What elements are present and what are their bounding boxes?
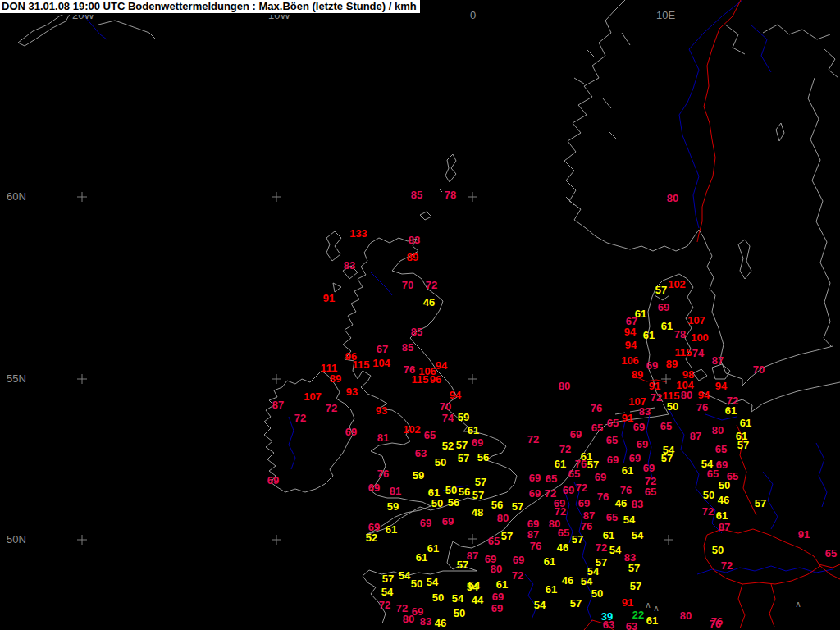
graticule-cross — [664, 535, 673, 545]
station-gust-value: 115 — [675, 347, 692, 358]
red-border-layer-path — [769, 584, 775, 627]
station-gust-value: 76 — [696, 402, 708, 413]
mountain-icon: ʌ — [646, 601, 651, 609]
station-gust-value: 65 — [825, 548, 837, 559]
graticule-cross — [77, 535, 87, 545]
station-gust-value: 100 — [691, 332, 709, 343]
station-gust-value: 72 — [379, 600, 390, 610]
coastline-layer-path — [564, 0, 833, 386]
station-gust-value: 65 — [645, 486, 656, 497]
station-gust-value: 50 — [435, 457, 446, 468]
station-gust-value: 54 — [399, 570, 410, 581]
station-gust-value: 46 — [718, 495, 729, 505]
station-gust-value: 65 — [591, 422, 603, 433]
latitude-label: 50N — [7, 534, 26, 545]
station-gust-value: 76 — [377, 468, 389, 479]
station-gust-value: 72 — [576, 482, 587, 493]
station-gust-value: 67 — [377, 344, 388, 354]
station-gust-value: 69 — [267, 475, 279, 486]
coastline-layer-path — [776, 123, 784, 141]
station-gust-value: 80 — [497, 513, 509, 523]
station-gust-value: 80 — [559, 381, 570, 391]
station-gust-value: 69 — [637, 439, 648, 450]
station-gust-value: 46 — [557, 542, 568, 553]
station-gust-value: 57 — [472, 490, 484, 500]
station-gust-value: 106 — [621, 355, 639, 366]
station-gust-value: 50 — [703, 490, 714, 500]
station-gust-value: 72 — [559, 444, 571, 454]
station-gust-value: 69 — [570, 429, 582, 440]
coastline-layer-path — [98, 21, 156, 39]
station-gust-value: 81 — [377, 432, 389, 443]
red-border-layer-path — [697, 0, 741, 242]
coastline-layer-path — [824, 49, 838, 78]
coastline-layer-path — [333, 283, 341, 292]
station-gust-value: 69 — [578, 498, 590, 509]
station-gust-value: 72 — [702, 506, 714, 517]
station-gust-value: 57 — [501, 531, 513, 541]
station-gust-value: 65 — [488, 536, 500, 546]
station-gust-value: 52 — [442, 441, 454, 451]
station-gust-value: 50 — [712, 545, 724, 555]
river-border-layer-path — [751, 25, 771, 72]
station-gust-value: 61 — [646, 615, 658, 626]
station-gust-value: 61 — [544, 556, 555, 567]
station-gust-value: 59 — [413, 470, 424, 481]
station-gust-value: 80 — [680, 610, 692, 621]
station-gust-value: 72 — [426, 280, 437, 290]
latitude-label: 60N — [7, 191, 26, 202]
coastline-layer-path — [18, 10, 72, 46]
station-gust-value: 65 — [707, 468, 719, 479]
station-gust-value: 91 — [649, 381, 660, 391]
station-gust-value: 83 — [639, 406, 651, 417]
red-border-layer-path — [738, 584, 745, 628]
station-gust-value: 57 — [570, 598, 582, 609]
station-gust-value: 65 — [660, 421, 672, 431]
station-gust-value: 69 — [420, 518, 431, 528]
longitude-label: 0 — [470, 10, 476, 21]
station-gust-value: 69 — [491, 603, 503, 614]
station-gust-value: 72 — [294, 413, 306, 423]
river-border-layer-path — [816, 443, 827, 507]
station-gust-value: 80 — [712, 425, 724, 436]
station-gust-value: 59 — [387, 501, 399, 512]
coastline-layer-path — [587, 49, 595, 57]
station-gust-value: 57 — [655, 285, 667, 295]
station-gust-value: 54 — [623, 514, 635, 525]
station-gust-value: 80 — [491, 564, 502, 574]
station-gust-value: 85 — [402, 342, 413, 353]
station-gust-value: 54 — [632, 530, 643, 541]
coastline-layer-path — [725, 25, 745, 54]
station-gust-value: 70 — [753, 364, 765, 375]
station-gust-value: 46 — [435, 618, 446, 628]
station-gust-value: 57 — [382, 573, 394, 584]
station-gust-value: 50 — [432, 592, 444, 603]
coastline-layer-path — [655, 295, 669, 300]
station-gust-value: 69 — [345, 427, 357, 437]
graticule-cross — [468, 534, 477, 544]
station-gust-value: 83 — [632, 499, 643, 509]
coastline-layer-path — [574, 78, 584, 84]
station-gust-value: 46 — [562, 575, 573, 586]
station-gust-value: 65 — [546, 473, 557, 484]
red-border-layer-path — [820, 566, 840, 579]
station-gust-value: 57 — [587, 459, 599, 470]
station-gust-value: 61 — [555, 459, 566, 469]
station-gust-value: 57 — [661, 453, 673, 463]
station-gust-value: 85 — [411, 189, 422, 200]
station-gust-value: 133 — [349, 228, 368, 239]
station-gust-value: 69 — [646, 360, 658, 371]
station-gust-value: 61 — [661, 321, 673, 331]
station-gust-value: 56 — [459, 486, 470, 497]
station-gust-value: 76 — [591, 403, 602, 413]
station-gust-value: 102 — [668, 279, 686, 290]
station-gust-value: 50 — [719, 480, 730, 491]
coastline-layer-path — [440, 189, 442, 192]
station-gust-value: 61 — [546, 584, 557, 595]
station-gust-value: 91 — [622, 597, 633, 608]
station-gust-value: 54 — [381, 587, 393, 597]
station-gust-value: 76 — [530, 541, 541, 551]
station-gust-value: 91 — [622, 413, 633, 423]
map-title: DON 31.01.08 19:00 UTC Bodenwettermeldun… — [0, 0, 420, 15]
station-gust-value: 78 — [445, 189, 456, 200]
